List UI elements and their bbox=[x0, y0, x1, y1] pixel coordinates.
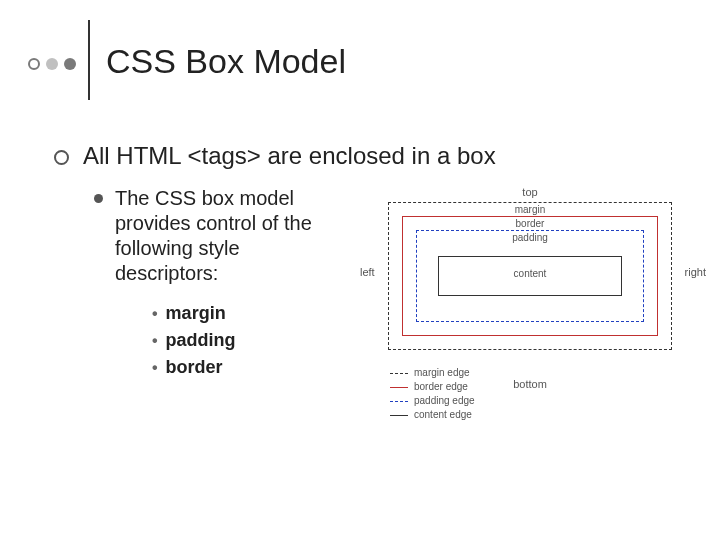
diagram-column: top left right bottom margin border padd… bbox=[360, 186, 700, 416]
slide-header: CSS Box Model bbox=[28, 28, 346, 100]
descriptor-label: margin bbox=[166, 300, 226, 327]
diagram-label-right: right bbox=[685, 266, 706, 278]
diagram-label-left: left bbox=[360, 266, 375, 278]
descriptor-list: margin padding border bbox=[152, 300, 342, 381]
title-divider bbox=[88, 20, 90, 100]
legend-item: padding edge bbox=[390, 394, 475, 408]
sub-bullet: The CSS box model provides control of th… bbox=[94, 186, 342, 286]
main-bullet-text: All HTML <tags> are enclosed in a box bbox=[83, 142, 496, 170]
text-column: The CSS box model provides control of th… bbox=[94, 186, 342, 381]
padding-label: padding bbox=[510, 232, 550, 243]
dot-icon bbox=[64, 58, 76, 70]
descriptor-item: margin bbox=[152, 300, 342, 327]
descriptor-label: padding bbox=[166, 327, 236, 354]
legend-item: margin edge bbox=[390, 366, 475, 380]
border-label: border bbox=[514, 218, 547, 229]
sub-bullet-text: The CSS box model provides control of th… bbox=[115, 186, 342, 286]
box-model-diagram: top left right bottom margin border padd… bbox=[360, 186, 700, 416]
dot-icon bbox=[28, 58, 40, 70]
diagram-label-bottom: bottom bbox=[513, 378, 547, 390]
swatch-icon bbox=[390, 415, 408, 416]
diagram-legend: margin edge border edge padding edge con… bbox=[390, 366, 475, 422]
legend-item: border edge bbox=[390, 380, 475, 394]
descriptor-item: padding bbox=[152, 327, 342, 354]
diagram-label-top: top bbox=[522, 186, 537, 198]
swatch-icon bbox=[390, 387, 408, 388]
header-dots bbox=[28, 58, 76, 70]
main-bullet: All HTML <tags> are enclosed in a box bbox=[54, 142, 700, 170]
slide-content: All HTML <tags> are enclosed in a box Th… bbox=[54, 142, 700, 416]
margin-label: margin bbox=[513, 204, 548, 215]
legend-label: padding edge bbox=[414, 394, 475, 408]
legend-label: border edge bbox=[414, 380, 468, 394]
legend-label: margin edge bbox=[414, 366, 470, 380]
content-label: content bbox=[512, 268, 549, 279]
dot-icon bbox=[46, 58, 58, 70]
two-column-layout: The CSS box model provides control of th… bbox=[94, 186, 700, 416]
swatch-icon bbox=[390, 373, 408, 374]
descriptor-item: border bbox=[152, 354, 342, 381]
slide-title: CSS Box Model bbox=[106, 42, 346, 81]
descriptor-label: border bbox=[166, 354, 223, 381]
swatch-icon bbox=[390, 401, 408, 402]
legend-item: content edge bbox=[390, 408, 475, 422]
legend-label: content edge bbox=[414, 408, 472, 422]
